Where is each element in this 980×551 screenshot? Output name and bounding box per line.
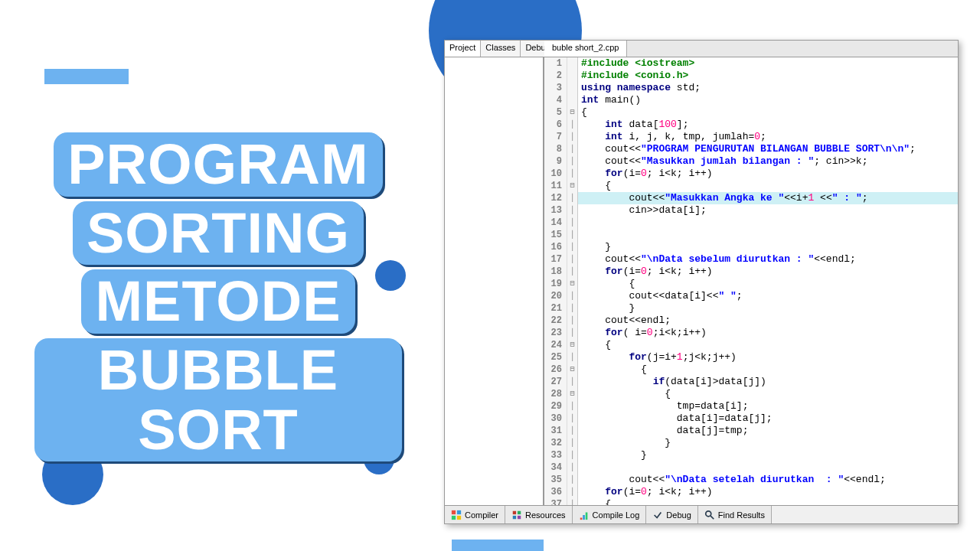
fold-marker[interactable] <box>567 82 578 94</box>
fold-marker[interactable]: ⊟ <box>567 388 578 400</box>
fold-marker[interactable]: │ <box>567 400 578 412</box>
svg-rect-9 <box>583 515 585 520</box>
line-number: 8 <box>544 143 567 155</box>
code-line[interactable]: 5⊟{ <box>544 106 958 119</box>
code-line[interactable]: 25│ for(j=i+1;j<k;j++) <box>544 351 958 364</box>
fold-marker[interactable]: │ <box>567 229 578 241</box>
code-line[interactable]: 13│ cin>>data[i]; <box>544 204 958 217</box>
code-line[interactable]: 3using namespace std; <box>544 82 958 94</box>
code-line[interactable]: 28⊟ { <box>544 388 958 400</box>
code-line[interactable]: 15│ <box>544 229 958 241</box>
code-line[interactable]: 31│ data[j]=tmp; <box>544 425 958 437</box>
code-line[interactable]: 21│ } <box>544 302 958 315</box>
side-tab-project[interactable]: Project <box>445 41 481 57</box>
code-content: { <box>578 364 958 376</box>
fold-marker[interactable]: │ <box>567 217 578 229</box>
code-line[interactable]: 18│ for(i=0; i<k; i++) <box>544 266 958 278</box>
code-line[interactable]: 37│ { <box>544 498 958 505</box>
code-line[interactable]: 4int main() <box>544 94 958 106</box>
fold-marker[interactable]: │ <box>567 486 578 498</box>
code-line[interactable]: 36│ for(i=0; i<k; i++) <box>544 486 958 498</box>
fold-marker[interactable]: │ <box>567 119 578 131</box>
fold-marker[interactable]: │ <box>567 241 578 253</box>
code-line[interactable]: 27│ if(data[i]>data[j]) <box>544 376 958 388</box>
fold-marker[interactable]: │ <box>567 155 578 168</box>
fold-marker[interactable]: │ <box>567 253 578 266</box>
code-line[interactable]: 16│ } <box>544 241 958 253</box>
code-content: cin>>data[i]; <box>578 204 958 217</box>
decor-bar-bottom <box>452 540 544 551</box>
code-line[interactable]: 35│ cout<<"\nData setelah diurutkan : "<… <box>544 474 958 486</box>
code-content: cout<<"Masukkan Angka ke "<<i+1 <<" : "; <box>578 192 958 204</box>
code-line[interactable]: 1#include <iostream> <box>544 57 958 70</box>
fold-marker[interactable]: │ <box>567 437 578 449</box>
fold-marker[interactable]: │ <box>567 376 578 388</box>
code-line[interactable]: 32│ } <box>544 437 958 449</box>
code-line[interactable]: 24⊟ { <box>544 339 958 351</box>
code-line[interactable]: 7│ int i, j, k, tmp, jumlah=0; <box>544 131 958 143</box>
line-number: 12 <box>544 192 567 204</box>
code-line[interactable]: 14│ <box>544 217 958 229</box>
side-tab-classes[interactable]: Classes <box>481 41 521 57</box>
line-number: 31 <box>544 425 567 437</box>
code-line[interactable]: 8│ cout<<"PROGRAM PENGURUTAN BILANGAN BU… <box>544 143 958 155</box>
bottom-tab-resources[interactable]: Resources <box>505 506 573 523</box>
fold-marker[interactable]: │ <box>567 449 578 461</box>
fold-marker[interactable]: │ <box>567 412 578 425</box>
line-number: 24 <box>544 339 567 351</box>
fold-marker[interactable]: ⊟ <box>567 106 578 119</box>
code-content: data[i]=data[j]; <box>578 412 958 425</box>
fold-marker[interactable]: ⊟ <box>567 339 578 351</box>
fold-marker[interactable]: │ <box>567 351 578 364</box>
code-content: { <box>578 498 958 505</box>
fold-marker[interactable] <box>567 70 578 82</box>
fold-marker[interactable]: │ <box>567 327 578 339</box>
code-line[interactable]: 2#include <conio.h> <box>544 70 958 82</box>
bottom-tab-find-results[interactable]: Find Results <box>698 506 772 523</box>
fold-marker[interactable]: │ <box>567 302 578 315</box>
fold-marker[interactable]: │ <box>567 266 578 278</box>
code-line[interactable]: 29│ tmp=data[i]; <box>544 400 958 412</box>
fold-marker[interactable]: ⊟ <box>567 364 578 376</box>
code-content: { <box>578 180 958 192</box>
bottom-tab-compiler[interactable]: Compiler <box>445 506 505 523</box>
code-line[interactable]: 10│ for(i=0; i<k; i++) <box>544 168 958 180</box>
code-line[interactable]: 26⊟ { <box>544 364 958 376</box>
fold-marker[interactable]: │ <box>567 143 578 155</box>
bottom-tab-debug[interactable]: Debug <box>646 506 697 523</box>
code-line[interactable]: 19⊟ { <box>544 278 958 290</box>
code-editor[interactable]: 1#include <iostream>2#include <conio.h>3… <box>544 57 958 505</box>
code-content: int data[100]; <box>578 119 958 131</box>
fold-marker[interactable] <box>567 94 578 106</box>
fold-marker[interactable]: │ <box>567 168 578 180</box>
code-line[interactable]: 34│ <box>544 461 958 474</box>
code-line[interactable]: 12│ cout<<"Masukkan Angka ke "<<i+1 <<" … <box>544 192 958 204</box>
fold-marker[interactable]: ⊟ <box>567 180 578 192</box>
code-line[interactable]: 20│ cout<<data[i]<<" "; <box>544 290 958 302</box>
bottom-tab-compile-log[interactable]: Compile Log <box>573 506 647 523</box>
code-line[interactable]: 17│ cout<<"\nData sebelum diurutkan : "<… <box>544 253 958 266</box>
code-line[interactable]: 33│ } <box>544 449 958 461</box>
headline-word: PROGRAM <box>54 132 382 197</box>
fold-marker[interactable]: │ <box>567 131 578 143</box>
fold-marker[interactable]: │ <box>567 192 578 204</box>
svg-rect-3 <box>457 515 461 519</box>
fold-marker[interactable]: ⊟ <box>567 278 578 290</box>
code-line[interactable]: 11⊟ { <box>544 180 958 192</box>
fold-marker[interactable]: │ <box>567 425 578 437</box>
code-line[interactable]: 22│ cout<<endl; <box>544 315 958 327</box>
fold-marker[interactable]: │ <box>567 461 578 474</box>
code-line[interactable]: 23│ for( i=0;i<k;i++) <box>544 327 958 339</box>
fold-marker[interactable]: │ <box>567 290 578 302</box>
headline-word: SORTING <box>73 201 364 266</box>
code-content: for(j=i+1;j<k;j++) <box>578 351 958 364</box>
fold-marker[interactable]: │ <box>567 498 578 505</box>
code-line[interactable]: 6│ int data[100]; <box>544 119 958 131</box>
file-tab[interactable]: buble short_2.cpp <box>544 41 627 57</box>
code-line[interactable]: 9│ cout<<"Masukkan jumlah bilangan : "; … <box>544 155 958 168</box>
code-line[interactable]: 30│ data[i]=data[j]; <box>544 412 958 425</box>
fold-marker[interactable]: │ <box>567 204 578 217</box>
fold-marker[interactable]: │ <box>567 474 578 486</box>
fold-marker[interactable] <box>567 57 578 70</box>
fold-marker[interactable]: │ <box>567 315 578 327</box>
